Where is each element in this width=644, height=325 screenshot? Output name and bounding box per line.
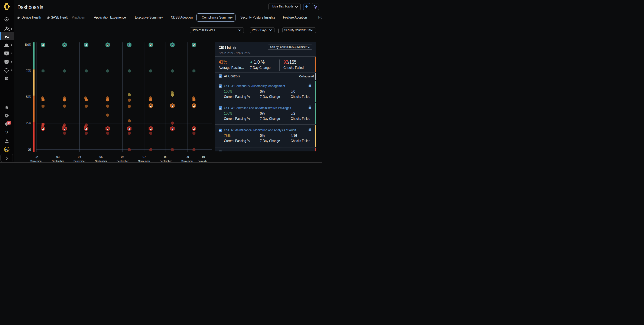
svg-text:07: 07	[142, 155, 146, 158]
svg-text:02: 02	[35, 155, 38, 158]
svg-text:09: 09	[186, 155, 189, 158]
svg-text:0%: 0%	[28, 147, 31, 151]
svg-text:03: 03	[56, 155, 60, 158]
svg-text:2: 2	[64, 127, 65, 130]
svg-text:2: 2	[193, 104, 195, 107]
svg-text:2: 2	[128, 127, 130, 130]
svg-text:2: 2	[150, 104, 152, 107]
svg-text:9+: 9+	[8, 122, 10, 124]
svg-text:2: 2	[42, 127, 44, 130]
svg-text:08: 08	[164, 155, 167, 158]
svg-text:100%: 100%	[25, 43, 31, 47]
svg-text:06: 06	[121, 155, 124, 158]
svg-text:04: 04	[78, 155, 81, 158]
svg-text:2: 2	[172, 104, 173, 107]
svg-text:2: 2	[193, 43, 195, 47]
svg-text:2: 2	[172, 127, 173, 130]
svg-text:10: 10	[202, 155, 205, 158]
svg-text:3: 3	[64, 43, 65, 47]
svg-text:05: 05	[100, 155, 103, 158]
svg-text:3: 3	[86, 43, 87, 47]
svg-text:50%: 50%	[26, 95, 31, 99]
svg-text:3: 3	[107, 43, 108, 47]
svg-text:2: 2	[150, 43, 152, 47]
svg-text:2: 2	[128, 43, 130, 47]
svg-text:75%: 75%	[26, 69, 31, 73]
svg-text:2: 2	[150, 127, 152, 130]
svg-text:2: 2	[86, 127, 87, 130]
svg-text:Pa: Pa	[5, 148, 8, 151]
svg-text:2: 2	[172, 43, 173, 47]
svg-text:2: 2	[193, 127, 195, 130]
svg-text:2: 2	[107, 127, 108, 130]
svg-text:25%: 25%	[26, 121, 31, 125]
svg-text:?: ?	[5, 130, 8, 135]
svg-text:3: 3	[42, 43, 44, 47]
